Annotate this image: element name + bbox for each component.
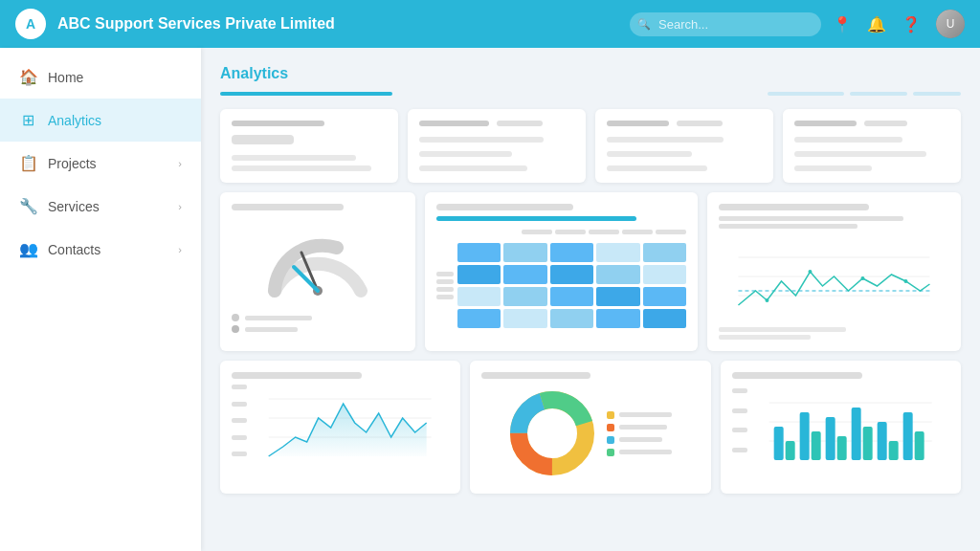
services-chevron: ›: [178, 201, 182, 212]
stat-card-3: [595, 109, 773, 183]
sidebar-item-contacts[interactable]: 👥 Contacts ›: [0, 228, 201, 271]
heatmap-progress-bar: [436, 216, 636, 221]
donut-title: [481, 372, 590, 379]
sidebar-label-projects: Projects: [48, 156, 97, 171]
svg-rect-33: [902, 412, 912, 460]
header: A ABC Support Services Private Limited 📍…: [0, 0, 980, 48]
bar-chart-body: [732, 388, 949, 470]
stat-lines-4: [794, 121, 949, 171]
svg-rect-25: [799, 412, 809, 460]
donut-svg: [509, 390, 595, 476]
page-title: Analytics: [220, 65, 961, 82]
home-icon: 🏠: [19, 68, 36, 86]
svg-rect-24: [785, 441, 794, 460]
svg-point-8: [809, 270, 813, 274]
linechart-bottom-legend: [719, 327, 949, 340]
svg-rect-30: [862, 427, 872, 460]
line-chart-card-right: [707, 192, 961, 351]
gauge-title-line: [232, 204, 344, 210]
sidebar-label-analytics: Analytics: [48, 113, 101, 128]
stat-lines-3: [607, 121, 762, 171]
projects-icon: 📋: [19, 154, 36, 172]
location-icon[interactable]: 📍: [833, 15, 852, 33]
linechart-right-title: [719, 204, 869, 210]
stat-lines-1: [232, 121, 387, 171]
search-wrap: [630, 12, 821, 36]
heatmap-body: [436, 243, 686, 328]
stat-card-1: [220, 109, 398, 183]
stat-card-4: [783, 109, 961, 183]
gauge-legend: [232, 314, 404, 333]
contacts-chevron: ›: [178, 244, 182, 255]
line-chart-svg-right: [719, 238, 949, 320]
heatmap-chart-card: [425, 192, 698, 351]
stat-line: [232, 165, 371, 171]
svg-rect-28: [836, 436, 846, 460]
avatar-inner: U: [936, 10, 965, 38]
main-content: Analytics: [201, 48, 980, 551]
area-title: [232, 372, 362, 379]
tab-bar: [220, 92, 961, 96]
services-icon: 🔧: [19, 197, 36, 215]
area-chart-body: [232, 385, 449, 461]
app-title: ABC Support Services Private Limited: [57, 15, 618, 33]
heatmap-grid: [457, 243, 686, 328]
tab-inactive-1[interactable]: [768, 92, 844, 96]
contacts-icon: 👥: [19, 240, 36, 258]
linechart-legend: [719, 216, 949, 229]
heatmap-title: [436, 204, 574, 210]
logo: A: [15, 9, 46, 39]
bar-chart-svg: [751, 388, 949, 470]
header-icons: 📍 🔔 ❓ U: [833, 10, 965, 38]
bar-title: [732, 372, 862, 379]
charts-middle-row: [220, 192, 961, 351]
sidebar-label-contacts: Contacts: [48, 242, 100, 257]
svg-rect-34: [914, 431, 924, 460]
avatar[interactable]: U: [936, 10, 965, 38]
search-input[interactable]: [630, 12, 821, 36]
svg-point-9: [861, 276, 865, 280]
sidebar-item-projects[interactable]: 📋 Projects ›: [0, 142, 201, 185]
help-icon[interactable]: ❓: [902, 15, 921, 33]
donut-chart-card: [470, 361, 710, 494]
bell-icon[interactable]: 🔔: [867, 15, 886, 33]
stat-line: [232, 121, 324, 126]
sidebar-item-analytics[interactable]: ⊞ Analytics: [0, 99, 201, 142]
stat-cards-row: [220, 109, 961, 183]
projects-chevron: ›: [178, 158, 182, 169]
svg-rect-23: [773, 427, 783, 460]
svg-point-10: [904, 279, 908, 283]
heatmap-row-labels: [436, 243, 454, 328]
layout: 🏠 Home ⊞ Analytics 📋 Projects › 🔧 Servic…: [0, 48, 980, 551]
logo-text: A: [26, 16, 35, 32]
area-chart-card: [220, 361, 460, 494]
svg-point-19: [535, 416, 569, 451]
bar-chart-card: [721, 361, 961, 494]
gauge-wrap: [232, 216, 404, 308]
tab-inactive-3[interactable]: [913, 92, 961, 96]
sidebar-item-services[interactable]: 🔧 Services ›: [0, 185, 201, 228]
gauge-svg: [265, 224, 370, 300]
donut-wrap: [481, 385, 699, 482]
svg-rect-32: [888, 441, 898, 460]
svg-point-7: [766, 298, 769, 302]
charts-bottom-row: [220, 361, 961, 494]
stat-line: [232, 135, 294, 144]
gauge-chart-card: [220, 192, 415, 351]
svg-rect-27: [825, 417, 835, 460]
heatmap-col-headers: [436, 230, 686, 234]
stat-card-2: [408, 109, 586, 183]
svg-rect-29: [851, 408, 860, 460]
area-chart-svg: [251, 385, 449, 461]
donut-legend: [607, 411, 672, 456]
sidebar-label-services: Services: [48, 199, 100, 214]
sidebar-label-home: Home: [48, 70, 83, 85]
tab-inactive-2[interactable]: [850, 92, 907, 96]
svg-rect-26: [811, 431, 820, 460]
bar-y-labels: [732, 388, 747, 470]
sidebar-item-home[interactable]: 🏠 Home: [0, 55, 201, 99]
area-y-labels: [232, 385, 247, 461]
tab-active[interactable]: [220, 92, 392, 96]
sidebar: 🏠 Home ⊞ Analytics 📋 Projects › 🔧 Servic…: [0, 48, 201, 551]
svg-rect-31: [877, 422, 886, 460]
